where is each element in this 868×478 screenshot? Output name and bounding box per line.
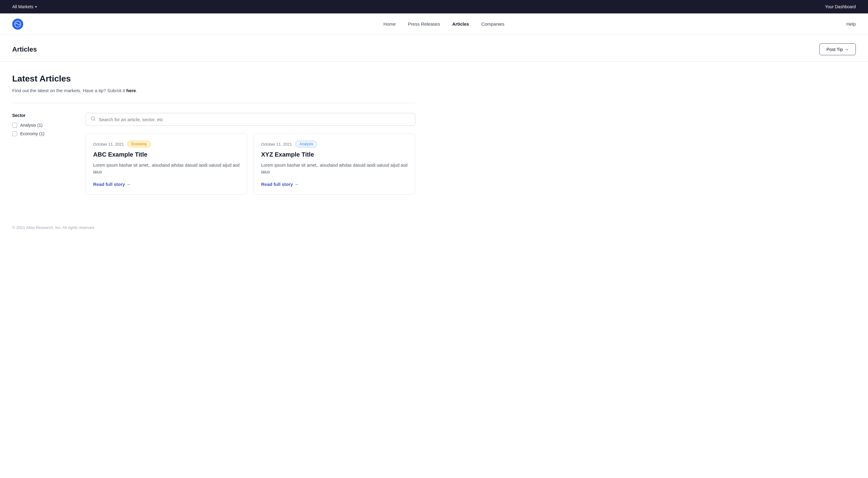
sidebar: Sector Analysis (1) Economy (1) (12, 113, 73, 195)
card-excerpt-0: Lorem ipsum bashar sit amet,. aisudaisd … (93, 162, 240, 176)
main-nav: Home Press Releases Articles Companies H… (0, 13, 868, 35)
card-badge-1: Analysis (295, 141, 317, 148)
footer-copyright: © 2021 Atlas Research, Inc. All rights r… (12, 225, 95, 230)
filter-economy-checkbox[interactable] (12, 131, 17, 136)
dashboard-link[interactable]: Your Dashboard (825, 4, 856, 9)
latest-articles-subtitle: Find out the latest on the markets. Have… (12, 88, 415, 93)
sidebar-sector-title: Sector (12, 113, 73, 118)
nav-right: Help (846, 21, 856, 27)
filter-analysis-label: Analysis (1) (20, 123, 42, 128)
page-title: Articles (12, 45, 37, 54)
nav-home[interactable]: Home (383, 21, 396, 27)
nav-help[interactable]: Help (846, 21, 856, 27)
read-full-story-1[interactable]: Read full story → (261, 182, 299, 187)
card-excerpt-1: Lorem ipsum bashar sit amet,. aisudaisd … (261, 162, 408, 176)
cards-grid: October 11, 2021 Economy ABC Example Tit… (86, 133, 415, 195)
card-meta-1: October 11, 2021 Analysis (261, 141, 408, 148)
card-date-0: October 11, 2021 (93, 142, 124, 147)
search-input[interactable] (99, 117, 410, 122)
divider (12, 103, 415, 103)
footer: © 2021 Atlas Research, Inc. All rights r… (0, 213, 868, 239)
card-date-1: October 11, 2021 (261, 142, 292, 147)
page-header: Articles Post Tip → (0, 35, 868, 62)
nav-press-releases[interactable]: Press Releases (408, 21, 440, 27)
nav-companies[interactable]: Companies (481, 21, 504, 27)
chevron-down-icon: ▾ (35, 5, 37, 9)
card-badge-0: Economy (127, 141, 151, 148)
content-area: Latest Articles Find out the latest on t… (0, 62, 428, 213)
latest-articles-heading: Latest Articles (12, 74, 415, 84)
logo-icon (12, 19, 23, 30)
article-card-1: October 11, 2021 Analysis XYZ Example Ti… (253, 133, 415, 195)
submit-tip-link[interactable]: here (126, 88, 136, 93)
articles-area: October 11, 2021 Economy ABC Example Tit… (86, 113, 415, 195)
card-title-0: ABC Example Title (93, 151, 240, 158)
logo[interactable] (12, 19, 23, 30)
main-content: Sector Analysis (1) Economy (1) (12, 113, 415, 195)
filter-economy[interactable]: Economy (1) (12, 131, 73, 136)
filter-economy-label: Economy (1) (20, 131, 44, 136)
search-bar (86, 113, 415, 126)
card-meta-0: October 11, 2021 Economy (93, 141, 240, 148)
top-bar: All Markets ▾ Your Dashboard (0, 0, 868, 13)
search-icon (91, 116, 96, 122)
card-title-1: XYZ Example Title (261, 151, 408, 158)
nav-articles[interactable]: Articles (452, 21, 469, 27)
post-tip-button[interactable]: Post Tip → (819, 43, 856, 55)
filter-analysis-checkbox[interactable] (12, 123, 17, 128)
article-card-0: October 11, 2021 Economy ABC Example Tit… (86, 133, 247, 195)
filter-analysis[interactable]: Analysis (1) (12, 123, 73, 128)
read-full-story-0[interactable]: Read full story → (93, 182, 131, 187)
nav-links: Home Press Releases Articles Companies (41, 21, 846, 27)
markets-label: All Markets (12, 4, 33, 9)
markets-selector[interactable]: All Markets ▾ (12, 4, 37, 9)
